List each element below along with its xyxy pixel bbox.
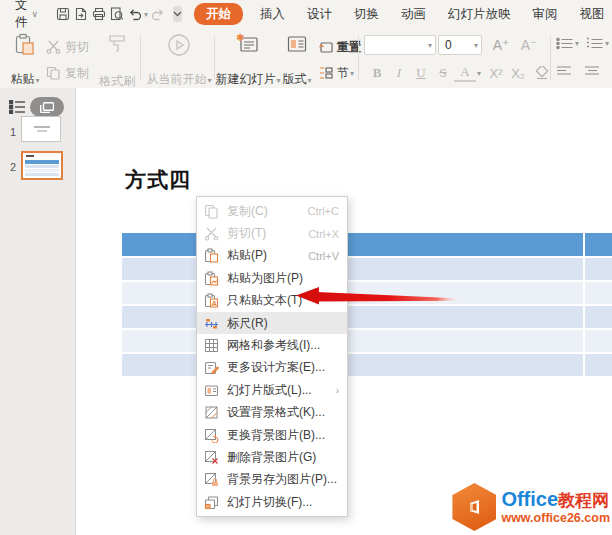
slides-icon [40,102,54,113]
tab-animation[interactable]: 动画 [401,6,426,23]
clear-format-icon[interactable] [534,66,550,80]
menu-item-delete-background[interactable]: 删除背景图片(G) [197,446,347,468]
subscript-button[interactable]: X₂ [507,66,529,81]
chevron-down-icon: ▾ [474,41,478,50]
strikethrough-button[interactable]: S [432,65,454,81]
print-preview-button[interactable] [109,4,125,24]
menu-item-more-design-schemes[interactable]: 更多设计方案(E)... [197,357,347,379]
submenu-arrow-icon: › [336,385,339,396]
quick-access-more-button[interactable] [173,6,182,22]
tab-view[interactable]: 视图 [580,6,605,23]
table-column-divider [583,233,585,376]
paste-icon [14,33,36,57]
new-slide-button[interactable]: ✱ 新建幻灯片▾ [222,31,274,89]
bold-button[interactable]: B [366,65,388,81]
tab-insert[interactable]: 插入 [260,6,285,23]
replace-background-icon [204,428,219,443]
menu-item-cut[interactable]: 剪切(T) Ctrl+X [197,222,347,244]
paste-button[interactable]: 粘贴▾ [6,31,44,89]
slide-layout-icon [286,33,308,55]
tab-design[interactable]: 设计 [307,6,332,23]
menu-item-slide-layout[interactable]: 幻灯片版式(L)... › [197,379,347,401]
menu-item-grid-guides[interactable]: 网格和参考线(I)... [197,334,347,356]
copy-icon [204,204,219,219]
chevron-down-icon: ∨ [32,9,39,19]
thumbnail-view-toggle[interactable] [30,97,64,117]
copy-button[interactable]: 复制 [46,62,89,84]
font-color-button[interactable]: A [454,64,476,82]
menu-item-copy[interactable]: 复制(C) Ctrl+C [197,200,347,222]
cut-copy-group: 剪切 复制 [46,36,89,84]
italic-button[interactable]: I [388,65,410,81]
delete-background-icon [204,450,219,465]
menu-item-paste-text-only[interactable]: A 只粘贴文本(T) [197,290,347,312]
watermark-url: www.office26.com [501,512,610,525]
redo-icon [150,6,166,22]
file-menu-button[interactable]: 文件 ∨ [15,0,38,31]
tab-home[interactable]: 开始 [194,3,243,25]
paste-icon [204,248,219,263]
reset-button[interactable]: 重置 [318,36,361,58]
increase-font-button[interactable]: A⁺ [490,37,512,53]
slide-panel: 1 2 [0,88,76,535]
save-button[interactable] [55,4,71,24]
save-background-icon [204,472,219,487]
tab-slideshow[interactable]: 幻灯片放映 [448,6,511,23]
paste-text-only-icon: A [204,293,219,308]
chevron-down-icon: ▾ [350,69,354,78]
office-hexagon-icon [452,483,496,531]
tab-review[interactable]: 审阅 [533,6,558,23]
align-left-icon[interactable] [556,65,572,77]
font-group-top: ▾ 0 ▾ A⁺ A⁻ [364,35,540,55]
paste-as-picture-icon [204,271,219,286]
slide-title[interactable]: 方式四 [125,166,191,194]
menu-item-paste[interactable]: 粘贴(P) Ctrl+V [197,245,347,267]
menu-item-paste-as-picture[interactable]: 粘贴为图片(P) [197,267,347,289]
slide-number: 1 [10,126,16,138]
slide-thumbnail-1[interactable] [21,116,61,142]
chevron-down-icon: ▾ [428,41,432,50]
save-icon [55,6,71,22]
bullet-list-icon[interactable] [556,37,574,50]
menu-item-background-format[interactable]: 设置背景格式(K)... [197,402,347,424]
tab-transition[interactable]: 切换 [354,6,379,23]
undo-button[interactable]: ▾ [127,4,148,24]
slide-transition-icon [204,495,219,510]
grid-icon [204,338,219,353]
chevron-down-icon: ▾ [144,10,148,19]
layout-button[interactable]: 版式▾ [280,31,314,89]
font-size-select[interactable]: 0 ▾ [438,35,482,55]
chevron-down-icon: ▾ [307,76,311,85]
scissors-icon [46,40,61,54]
underline-button[interactable]: U [410,65,432,81]
menu-item-save-background-as[interactable]: 背景另存为图片(P)... [197,469,347,491]
watermark-logo: Office 教程网 www.office26.com [452,483,610,531]
export-pdf-button[interactable] [73,4,89,24]
align-center-icon[interactable] [584,65,600,77]
list-group: ▾ ▾ [556,37,609,50]
top-menubar: 文件 ∨ ▾ [0,0,612,29]
section-button[interactable]: 节 ▾ [318,62,361,84]
export-icon [73,6,89,22]
menu-item-ruler[interactable]: 标尺(R) [197,312,347,334]
cut-button[interactable]: 剪切 [46,36,89,58]
slide-thumbnail-2[interactable] [21,151,63,180]
outline-view-icon[interactable] [9,100,25,114]
redo-button[interactable] [150,4,166,24]
menu-item-slide-transition[interactable]: 幻灯片切换(F)... [197,491,347,513]
play-from-current-button[interactable]: 从当前开始▾ [148,31,210,89]
reset-icon [318,40,333,54]
menu-item-replace-background[interactable]: 更换背景图片(B)... [197,424,347,446]
font-name-select[interactable]: ▾ [364,35,436,55]
scissors-icon [204,226,219,241]
print-button[interactable] [91,4,107,24]
chevron-down-icon: ▾ [208,76,212,85]
decrease-font-button[interactable]: A⁻ [518,37,540,53]
format-painter-button[interactable]: 格式刷 [96,31,138,89]
superscript-button[interactable]: X² [485,66,507,81]
slide-layout-icon [204,383,219,398]
wps-presentation-window: 文件 ∨ ▾ [0,0,612,535]
align-group [556,65,612,77]
numbered-list-icon[interactable] [586,37,604,50]
font-group-bottom: B I U S A ▾ X² X₂ [366,64,550,82]
